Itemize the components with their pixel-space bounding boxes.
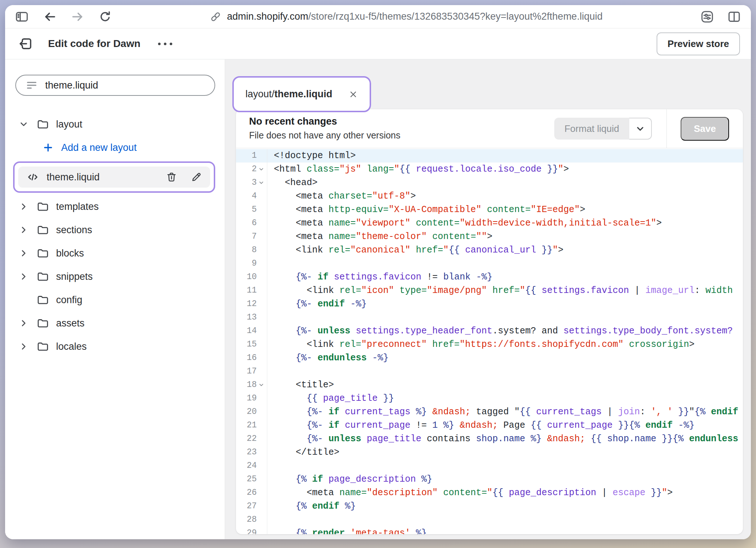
format-liquid-split-button: Format liquid [554,118,652,140]
sidebar-item-assets[interactable]: assets [15,312,215,335]
code-line-17[interactable]: 17 [236,365,743,378]
sidebar-item-layout[interactable]: layout [15,113,215,136]
line-number: 13 [236,311,267,324]
code-line-25[interactable]: 25 {% if page_description %} [236,473,743,486]
line-number: 8 [236,243,267,257]
sidebar-item-sections[interactable]: sections [15,218,215,242]
code-line-21[interactable]: 21 {%- if current_page != 1 %} &ndash; P… [236,419,743,432]
chevron-right-icon[interactable] [18,271,29,282]
save-button[interactable]: Save [681,117,729,141]
code-line-9[interactable]: 9 [236,257,743,270]
code-line-4[interactable]: 4 <meta charset="utf-8"> [236,189,743,203]
code-editor[interactable]: 1<!doctype html>2<html class="js" lang="… [236,148,743,534]
format-options-button[interactable] [629,118,652,140]
line-number: 25 [236,473,267,486]
code-text: <html class="js" lang="{{ request.locale… [267,163,743,176]
line-number: 10 [236,270,267,284]
line-number: 14 [236,324,267,338]
fold-icon[interactable] [257,180,265,186]
sidebar-toggle-icon[interactable] [15,9,29,24]
folder-icon [36,118,49,130]
chevron-right-icon[interactable] [18,248,29,258]
back-icon[interactable] [43,10,57,24]
code-text: <link rel="canonical" href="{{ canonical… [267,243,743,257]
version-title: No recent changes [249,116,554,127]
page-settings-icon[interactable] [700,9,714,24]
code-line-27[interactable]: 27 {% endif %} [236,500,743,513]
sidebar-item-add-a-new-layout[interactable]: Add a new layout [15,136,215,159]
line-number: 24 [236,459,267,473]
editor-area: layout/theme.liquid No recent changes Fi… [225,59,751,539]
code-line-29[interactable]: 29 {% render 'meta-tags' %} [236,527,743,534]
code-line-13[interactable]: 13 [236,311,743,324]
sidebar-item-locales[interactable]: locales [15,335,215,358]
version-subtitle: File does not have any other versions [249,130,554,141]
line-number: 26 [236,486,267,500]
code-text: {%- unless page_title contains shop.name… [267,432,743,446]
item-label: assets [56,318,84,329]
code-line-18[interactable]: 18 <title> [236,378,743,392]
item-label: blocks [56,248,84,259]
code-line-19[interactable]: 19 {{ page_title }} [236,392,743,405]
line-number: 19 [236,392,267,405]
line-number: 4 [236,189,267,203]
reload-icon[interactable] [98,10,112,24]
code-line-6[interactable]: 6 <meta name="viewport" content="width=d… [236,216,743,230]
sidebar-item-theme.liquid[interactable]: theme.liquid [18,167,210,188]
plus-icon [42,142,54,153]
code-line-14[interactable]: 14 {%- unless settings.type_header_font.… [236,324,743,338]
code-line-10[interactable]: 10 {%- if settings.favicon != blank -%} [236,270,743,284]
code-line-28[interactable]: 28 [236,513,743,527]
code-line-7[interactable]: 7 <meta name="theme-color" content=""> [236,230,743,243]
delete-file-icon[interactable] [166,171,177,183]
code-line-20[interactable]: 20 {%- if current_tags %} &ndash; tagged… [236,405,743,419]
format-liquid-button[interactable]: Format liquid [554,118,629,140]
sidebar-item-templates[interactable]: templates [15,195,215,218]
code-line-11[interactable]: 11 <link rel="icon" type="image/png" hre… [236,284,743,297]
code-line-1[interactable]: 1<!doctype html> [236,149,743,163]
search-input[interactable] [45,80,205,91]
line-number: 11 [236,284,267,297]
chevron-right-icon[interactable] [18,341,29,352]
item-label: templates [56,201,99,212]
rename-file-icon[interactable] [190,171,202,183]
code-line-26[interactable]: 26 <meta name="description" content="{{ … [236,486,743,500]
code-text: <meta http-equiv="X-UA-Compatible" conte… [267,203,743,216]
code-line-23[interactable]: 23 </title> [236,446,743,459]
sidebar-item-blocks[interactable]: blocks [15,242,215,265]
link-icon [209,11,222,23]
more-actions-icon[interactable] [158,43,172,45]
code-line-12[interactable]: 12 {%- endif -%} [236,297,743,311]
code-line-5[interactable]: 5 <meta http-equiv="X-UA-Compatible" con… [236,203,743,216]
code-line-2[interactable]: 2<html class="js" lang="{{ request.local… [236,163,743,176]
chevron-down-icon[interactable] [18,119,29,129]
tab-theme-liquid[interactable]: layout/theme.liquid [237,81,366,109]
chevron-right-icon[interactable] [18,318,29,328]
fold-icon[interactable] [257,382,265,388]
code-text [267,311,743,324]
code-line-8[interactable]: 8 <link rel="canonical" href="{{ canonic… [236,243,743,257]
file-sidebar: layoutAdd a new layouttheme.liquidtempla… [5,59,225,539]
code-line-22[interactable]: 22 {%- unless page_title contains shop.n… [236,432,743,446]
sidebar-item-config[interactable]: config [15,288,215,312]
chevron-right-icon[interactable] [18,201,29,212]
code-line-15[interactable]: 15 <link rel="preconnect" href="https://… [236,338,743,351]
preview-store-button[interactable]: Preview store [657,32,740,55]
chevron-right-icon[interactable] [18,225,29,235]
file-search[interactable] [15,75,215,96]
close-tab-icon[interactable] [349,90,358,99]
exit-editor-icon[interactable] [18,36,34,51]
code-line-24[interactable]: 24 [236,459,743,473]
code-line-3[interactable]: 3 <head> [236,176,743,189]
filter-icon [25,79,38,91]
page-title: Edit code for Dawn [48,38,141,50]
split-view-icon[interactable] [727,9,741,24]
sidebar-item-snippets[interactable]: snippets [15,265,215,288]
fold-icon[interactable] [257,166,265,172]
browser-window: admin.shopify.com/store/rzq1xu-f5/themes… [5,5,751,539]
address-bar[interactable]: admin.shopify.com/store/rzq1xu-f5/themes… [112,11,700,23]
folder-icon [36,317,49,329]
forward-icon[interactable] [71,10,84,24]
code-line-16[interactable]: 16 {%- endunless -%} [236,351,743,365]
item-label: layout [56,119,82,130]
